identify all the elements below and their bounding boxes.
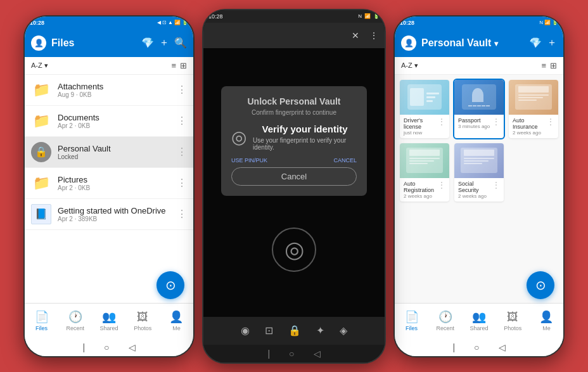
add-icon-right[interactable]: ＋ xyxy=(547,36,557,49)
list-item[interactable]: 📁 Documents Apr 2 · 0KB ⋮ xyxy=(25,106,193,137)
vault-name: Personal Vault xyxy=(58,144,170,153)
nav-recent-left[interactable]: 🕐 Recent xyxy=(58,304,92,338)
home-btn-right[interactable]: ○ xyxy=(474,342,479,352)
nav-bar-right: 👤 Personal Vault ▾ 💎 ＋ xyxy=(395,29,563,57)
sort-label-right[interactable]: A-Z ▾ xyxy=(401,61,418,70)
recent-btn-left[interactable]: ◁ xyxy=(129,342,136,352)
phone-middle-screen: 10:28 N 📶 🔋 ✕ ⋮ Unlock Personal Vault C xyxy=(203,10,385,362)
recent-btn-right[interactable]: ◁ xyxy=(499,342,506,352)
nav-shared-right[interactable]: 👥 Shared xyxy=(462,304,495,338)
dl-more[interactable]: ⋮ xyxy=(438,117,445,126)
vault-dropdown-icon[interactable]: ▾ xyxy=(494,39,498,48)
more-icon[interactable]: ⋮ xyxy=(177,208,187,220)
nav-files-left[interactable]: 📄 Files xyxy=(25,304,58,338)
diamond-icon-left[interactable]: 💎 xyxy=(141,37,154,49)
nav-bar-left: 👤 Files 💎 ＋ 🔍 xyxy=(25,29,193,57)
ss-name: Social Security xyxy=(458,181,492,193)
nav-recent-right[interactable]: 🕐 Recent xyxy=(428,304,462,338)
nav-shared-left[interactable]: 👥 Shared xyxy=(92,304,125,338)
app-icon-4[interactable]: ✦ xyxy=(316,324,324,337)
cancel-button[interactable]: Cancel xyxy=(231,167,357,186)
phone-nav-middle: | ○ ◁ xyxy=(203,345,385,362)
grid-icon-left[interactable]: ⊞ xyxy=(180,61,187,70)
add-icon-left[interactable]: ＋ xyxy=(159,36,169,49)
pp-time: 3 minutes ago xyxy=(458,124,490,129)
nav-photos-right[interactable]: 🖼 Photos xyxy=(496,304,530,338)
list-item[interactable]: 📘 Getting started with OneDrive Apr 2 · … xyxy=(25,199,193,230)
sort-bar-left: A-Z ▾ ≡ ⊞ xyxy=(25,57,193,75)
modal-title: Unlock Personal Vault xyxy=(231,96,357,106)
me-label-r: Me xyxy=(542,325,551,331)
sort-label-left[interactable]: A-Z ▾ xyxy=(31,61,48,70)
search-icon-left[interactable]: 🔍 xyxy=(174,37,187,49)
vault-grid: Driver's license just now ⋮ xyxy=(395,75,563,303)
status-icons-left: ◀ ⊡ ▲ 📶 🔋 xyxy=(157,20,188,25)
home-btn-middle[interactable]: ○ xyxy=(289,349,294,359)
modal-overlay: Unlock Personal Vault Confirm fingerprin… xyxy=(203,48,385,317)
file-name: Documents xyxy=(58,113,170,122)
fp-row: ◎ Verify your identity Use your fingerpr… xyxy=(231,124,357,151)
nav-photos-left[interactable]: 🖼 Photos xyxy=(126,304,160,338)
recent-btn-middle[interactable]: ◁ xyxy=(314,349,321,359)
app-icon-5[interactable]: ◈ xyxy=(340,324,347,337)
list-item-vault[interactable]: 🔒 Personal Vault Locked ⋮ xyxy=(25,137,193,168)
folder-icon: 📁 xyxy=(31,80,51,100)
back-btn-right[interactable]: | xyxy=(452,342,455,352)
phones-container: 10:28 ◀ ⊡ ▲ 📶 🔋 👤 Files 💎 ＋ 🔍 xyxy=(23,9,565,364)
fab-button-right[interactable]: ⊙ xyxy=(527,271,554,299)
more-icon[interactable]: ⋮ xyxy=(177,115,187,127)
fab-button-left[interactable]: ⊙ xyxy=(157,271,184,299)
ss-thumbnail xyxy=(454,143,504,178)
list-icon-left[interactable]: ≡ xyxy=(171,61,176,70)
list-icon-right[interactable]: ≡ xyxy=(541,61,546,70)
nav-me-left[interactable]: 👤 Me xyxy=(160,304,193,338)
app-icon-1[interactable]: ◉ xyxy=(241,324,250,337)
vault-card-pp[interactable]: Passport 3 minutes ago ⋮ xyxy=(454,80,504,138)
file-list-left: 📁 Attachments Aug 9 · 0KB ⋮ 📁 Documents … xyxy=(25,75,193,303)
folder-icon: 📁 xyxy=(31,111,51,131)
back-btn-middle[interactable]: | xyxy=(267,349,270,359)
app-icon-3[interactable]: 🔒 xyxy=(288,324,301,337)
phone-right: 10:28 N 📶 🔋 👤 Personal Vault ▾ 💎 ＋ xyxy=(393,15,565,357)
vault-card-ss[interactable]: Social Security 2 weeks ago ⋮ xyxy=(454,143,504,202)
home-btn-left[interactable]: ○ xyxy=(104,342,109,352)
recent-label: Recent xyxy=(67,325,85,331)
vault-card-ar[interactable]: Auto Registration 2 weeks ago ⋮ xyxy=(400,143,449,202)
status-bar-middle: 10:28 N 📶 🔋 xyxy=(203,10,385,23)
app-icon-2[interactable]: ⊡ xyxy=(265,324,273,337)
photos-label: Photos xyxy=(134,325,151,331)
nav-files-right[interactable]: 📄 Files xyxy=(395,304,428,338)
avatar-right[interactable]: 👤 xyxy=(401,35,416,51)
phone-left-screen: 10:28 ◀ ⊡ ▲ 📶 🔋 👤 Files 💎 ＋ 🔍 xyxy=(25,16,193,356)
grid-icon-right[interactable]: ⊞ xyxy=(550,61,557,70)
more-icon[interactable]: ⋮ xyxy=(177,146,187,158)
pp-more[interactable]: ⋮ xyxy=(492,117,500,126)
ai-more[interactable]: ⋮ xyxy=(547,117,554,126)
file-name: Pictures xyxy=(58,175,170,184)
close-icon-middle[interactable]: ✕ xyxy=(352,30,359,41)
ar-more[interactable]: ⋮ xyxy=(438,181,445,189)
cancel-link[interactable]: CANCEL xyxy=(333,157,357,164)
nav-me-right[interactable]: 👤 Me xyxy=(530,304,563,338)
more-icon[interactable]: ⋮ xyxy=(177,84,187,96)
list-item[interactable]: 📁 Attachments Aug 9 · 0KB ⋮ xyxy=(25,75,193,106)
fingerprint-large-icon[interactable]: ◎ xyxy=(272,228,316,272)
use-pin-link[interactable]: USE PIN/PUK xyxy=(231,157,267,164)
modal-links: USE PIN/PUK CANCEL xyxy=(231,157,357,164)
overflow-icon-middle[interactable]: ⋮ xyxy=(369,30,378,41)
status-bar-right: 10:28 N 📶 🔋 xyxy=(395,16,563,29)
me-label: Me xyxy=(172,325,181,331)
vault-card-dl[interactable]: Driver's license just now ⋮ xyxy=(400,80,449,138)
ss-more[interactable]: ⋮ xyxy=(492,181,500,189)
back-btn-left[interactable]: | xyxy=(82,342,85,352)
dark-bottom-bar: ◉ ⊡ 🔒 ✦ ◈ xyxy=(203,317,385,345)
avatar-left[interactable]: 👤 xyxy=(31,35,46,51)
status-icons-right: N 📶 🔋 xyxy=(539,20,558,25)
list-item[interactable]: 📁 Pictures Apr 2 · 0KB ⋮ xyxy=(25,168,193,199)
phone-middle: 10:28 N 📶 🔋 ✕ ⋮ Unlock Personal Vault C xyxy=(202,9,386,364)
nav-title-left: Files xyxy=(51,37,136,49)
dl-thumbnail xyxy=(400,80,449,115)
diamond-icon-right[interactable]: 💎 xyxy=(529,37,542,49)
more-icon[interactable]: ⋮ xyxy=(177,177,187,189)
vault-card-ai[interactable]: Auto Insurance 2 weeks ago ⋮ xyxy=(509,80,558,138)
